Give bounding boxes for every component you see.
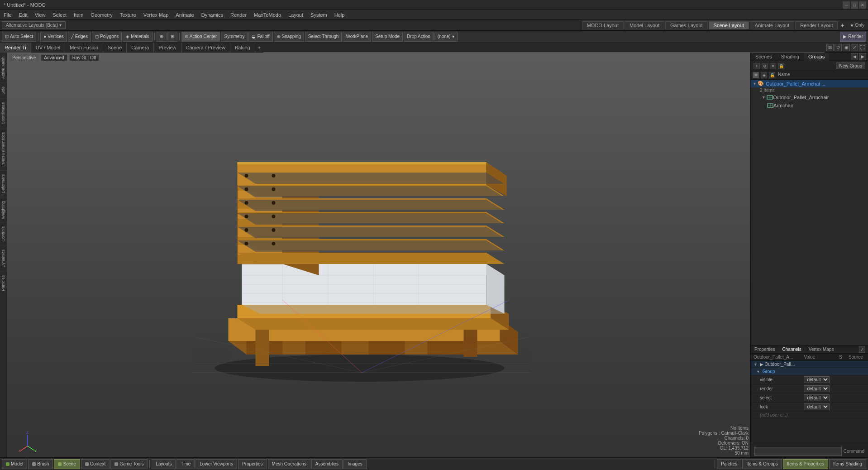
vp-tab-preview[interactable]: Preview xyxy=(154,43,181,53)
sidebar-weighting[interactable]: Weighting xyxy=(0,197,7,223)
menu-view[interactable]: View xyxy=(31,10,49,20)
vp-refresh-button[interactable]: ↺ xyxy=(835,44,842,51)
new-group-button[interactable]: New Group xyxy=(836,62,865,69)
tree-item-outdoor[interactable]: ▼ Outdoor_Pallet_Armchair xyxy=(751,93,868,101)
minimize-button[interactable]: ─ xyxy=(843,1,850,9)
view-advanced-button[interactable]: Advanced xyxy=(41,54,67,61)
bottom-assemblies-button[interactable]: Assemblies xyxy=(311,459,343,469)
vp-tab-mesh-fusion[interactable]: Mesh Fusion xyxy=(65,43,103,53)
alt-layouts-dropdown[interactable]: Alternative Layouts (Beta) ▾ xyxy=(2,21,66,29)
render-button[interactable]: ▶ Render xyxy=(840,32,866,42)
bottom-time-button[interactable]: Time xyxy=(176,459,195,469)
menu-vertex-map[interactable]: Vertex Map xyxy=(140,10,172,20)
prop-row-lock[interactable]: lock default xyxy=(751,403,868,412)
lock-dropdown[interactable]: default xyxy=(804,403,830,410)
bottom-properties-button[interactable]: Properties xyxy=(238,459,267,469)
bottom-mesh-ops-button[interactable]: Mesh Operations xyxy=(268,459,310,469)
menu-select[interactable]: Select xyxy=(49,10,70,20)
tree-group-header[interactable]: ▼ 🎨 Outdoor_Pallet_Armchai ... xyxy=(751,80,868,87)
sidebar-dynamics[interactable]: Dynamics xyxy=(0,245,7,271)
rp-tab-groups[interactable]: Groups xyxy=(804,53,829,61)
bottom-layouts-button[interactable]: Layouts xyxy=(152,459,176,469)
command-input[interactable] xyxy=(754,447,842,456)
vp-tab-camera[interactable]: Camera xyxy=(127,43,154,53)
sidebar-side[interactable]: Side xyxy=(0,82,7,98)
vp-tab-render-ti[interactable]: Render Ti xyxy=(0,43,31,53)
bottom-images-button[interactable]: Images xyxy=(343,459,367,469)
prop-row-add[interactable]: (add user c...) xyxy=(751,412,868,419)
menu-layout[interactable]: Layout xyxy=(285,10,307,20)
view-perspective-button[interactable]: Perspective xyxy=(9,54,39,61)
viewport-area[interactable]: Perspective Advanced Ray GL: Off xyxy=(7,53,750,457)
rp-expand-button[interactable]: ▶ xyxy=(859,53,866,60)
rp-add-button[interactable]: + xyxy=(754,63,760,69)
select-dropdown[interactable]: default xyxy=(804,394,830,401)
polygons-button[interactable]: ◻ Polygons xyxy=(92,32,122,42)
rp-tab-shading[interactable]: Shading xyxy=(777,53,804,61)
vp-tab-uv-model[interactable]: UV / Model xyxy=(31,43,65,53)
viewport-3d[interactable]: Perspective Advanced Ray GL: Off xyxy=(7,53,750,457)
rp-settings-button[interactable]: ⚙ xyxy=(762,63,768,69)
prop-tab-channels[interactable]: Channels xyxy=(779,345,805,353)
view-ray-gl-button[interactable]: Ray GL: Off xyxy=(69,54,100,61)
select-through-button[interactable]: Select Through xyxy=(305,32,342,42)
snap-button[interactable]: ⊕ xyxy=(157,32,167,42)
menu-geometry[interactable]: Geometry xyxy=(87,10,116,20)
action-center-button[interactable]: ⊙ Action Center xyxy=(181,32,220,42)
menu-file[interactable]: File xyxy=(0,10,15,20)
sidebar-particles[interactable]: Particles xyxy=(0,271,7,295)
layout-tab-model[interactable]: Model Layout xyxy=(625,21,664,29)
bottom-items-properties-button[interactable]: Items & Properties xyxy=(783,459,828,469)
drop-action-button[interactable]: Drop Action xyxy=(404,32,434,42)
none-dropdown[interactable]: (none) ▾ xyxy=(434,32,458,42)
auto-select-button[interactable]: ⊡ Auto Select xyxy=(2,32,36,42)
star-only[interactable]: ★ Only xyxy=(850,23,864,28)
edges-button[interactable]: ╱ Edges xyxy=(68,32,91,42)
vertices-button[interactable]: ● Vertices xyxy=(40,32,67,42)
maximize-button[interactable]: □ xyxy=(851,1,858,9)
layout-tab-modo[interactable]: MODO Layout xyxy=(582,21,624,29)
prop-row-select[interactable]: select default xyxy=(751,393,868,403)
bottom-scene-button[interactable]: Scene xyxy=(54,459,80,469)
close-button[interactable]: ✕ xyxy=(859,1,866,9)
vp-tab-camera-preview[interactable]: Camera / Preview xyxy=(181,43,230,53)
menu-system[interactable]: System xyxy=(307,10,331,20)
sidebar-coordinates[interactable]: Coordinates xyxy=(0,98,7,128)
vp-tab-scene[interactable]: Scene xyxy=(103,43,127,53)
snapping-button[interactable]: ⊕ Snapping xyxy=(274,32,304,42)
menu-edit[interactable]: Edit xyxy=(15,10,31,20)
bottom-items-shading-button[interactable]: Items Shading xyxy=(829,459,866,469)
menu-render[interactable]: Render xyxy=(227,10,250,20)
menu-dynamics[interactable]: Dynamics xyxy=(198,10,227,20)
materials-button[interactable]: ◈ Materials xyxy=(123,32,153,42)
rp-filter-button[interactable]: ≡ xyxy=(770,63,776,69)
menu-help[interactable]: Help xyxy=(331,10,348,20)
menu-item[interactable]: Item xyxy=(70,10,87,20)
menu-texture[interactable]: Texture xyxy=(116,10,140,20)
layout-tab-render[interactable]: Render Layout xyxy=(795,21,838,29)
bottom-lower-viewports-button[interactable]: Lower Viewports xyxy=(196,459,237,469)
prop-expand-button[interactable]: ⤢ xyxy=(859,346,865,353)
setup-mode-button[interactable]: Setup Mode xyxy=(372,32,403,42)
rp-collapse-button[interactable]: ◀ xyxy=(851,53,858,60)
vp-tab-baking[interactable]: Baking xyxy=(230,43,255,53)
prop-row-visible[interactable]: visible default xyxy=(751,375,868,384)
rp-lock-button[interactable]: 🔒 xyxy=(778,63,784,69)
layout-tab-scene[interactable]: Scene Layout xyxy=(709,21,749,29)
falloff-button[interactable]: ◒ Falloff xyxy=(248,32,272,42)
rp-tab-scenes[interactable]: Scenes xyxy=(751,53,777,61)
bottom-game-tools-button[interactable]: Game Tools xyxy=(110,459,148,469)
visible-dropdown[interactable]: default xyxy=(804,376,830,383)
vp-fit-button[interactable]: ⊠ xyxy=(826,44,834,51)
tree-item-armchair[interactable]: Armchair xyxy=(751,101,868,110)
vp-tab-add[interactable]: + xyxy=(255,45,263,50)
layout-tab-games[interactable]: Games Layout xyxy=(665,21,708,29)
transform-button[interactable]: ⊞ xyxy=(167,32,177,42)
prop-row-render[interactable]: render default xyxy=(751,384,868,393)
symmetry-button[interactable]: Symmetry xyxy=(221,32,248,42)
add-layout-button[interactable]: + xyxy=(839,22,846,29)
bottom-model-button[interactable]: Model xyxy=(2,459,27,469)
scene-tree[interactable]: ▼ 🎨 Outdoor_Pallet_Armchai ... 2 Items ▼… xyxy=(751,80,868,345)
sidebar-inverse-kinematics[interactable]: Inverse Kinematics xyxy=(0,128,7,170)
menu-maxtomode[interactable]: MaxToModo xyxy=(250,10,285,20)
